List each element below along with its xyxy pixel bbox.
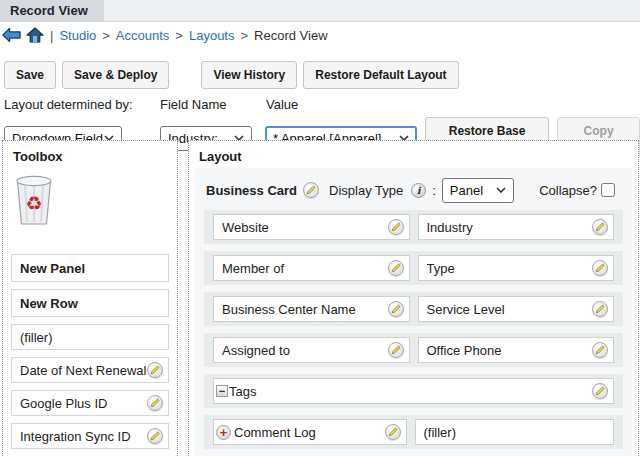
edit-field-icon[interactable] bbox=[388, 219, 404, 235]
toolbox-item-label: New Panel bbox=[20, 261, 85, 276]
layout-panel: Layout Business Card Display Type i : Pa… bbox=[188, 140, 639, 456]
field-label: Type bbox=[427, 261, 593, 276]
edit-field-icon[interactable] bbox=[592, 383, 608, 399]
layout-rows: WebsiteIndustryMember ofTypeBusiness Cen… bbox=[204, 210, 623, 456]
collapse-checkbox[interactable] bbox=[601, 183, 615, 197]
layout-field-cell[interactable]: Business Center Name bbox=[213, 296, 410, 322]
panel-header-row: Business Card Display Type i : Panel Col… bbox=[206, 176, 621, 204]
field-label: Service Level bbox=[427, 302, 593, 317]
toolbox-item-label: (filler) bbox=[20, 330, 53, 345]
save-button[interactable]: Save bbox=[4, 61, 56, 89]
layout-filler-cell[interactable]: (filler) bbox=[415, 419, 615, 445]
edit-field-icon[interactable] bbox=[388, 260, 404, 276]
field-label: (filler) bbox=[424, 425, 609, 440]
layout-row: −Tags bbox=[204, 374, 623, 408]
recycle-bin-icon[interactable]: ♻ bbox=[13, 174, 177, 230]
edit-field-icon[interactable] bbox=[147, 428, 163, 444]
colon-text: : bbox=[432, 183, 436, 198]
toolbox-item-label: Google Plus ID bbox=[20, 396, 107, 411]
panel-name: Business Card bbox=[206, 183, 297, 198]
edit-field-icon[interactable] bbox=[592, 342, 608, 358]
collapse-field-icon[interactable]: − bbox=[216, 385, 228, 397]
toolbox-item-label: Date of Next Renewal bbox=[20, 363, 146, 378]
breadcrumb-link-accounts[interactable]: Accounts bbox=[116, 28, 169, 43]
layout-field-cell[interactable]: −Tags bbox=[213, 378, 614, 404]
save-deploy-button[interactable]: Save & Deploy bbox=[62, 61, 169, 89]
layout-row: Member ofType bbox=[204, 251, 623, 285]
breadcrumb-link-layouts[interactable]: Layouts bbox=[189, 28, 235, 43]
toolbox-item[interactable]: (filler) bbox=[11, 324, 169, 350]
edit-field-icon[interactable] bbox=[388, 342, 404, 358]
titlebar: Record View bbox=[0, 0, 640, 22]
display-type-label: Display Type bbox=[329, 183, 403, 198]
layout-field-cell[interactable]: Industry bbox=[418, 214, 615, 240]
edit-field-icon[interactable] bbox=[388, 301, 404, 317]
expand-field-icon[interactable]: + bbox=[216, 425, 231, 440]
toolbox-item[interactable]: New Panel bbox=[11, 254, 169, 282]
layout-field-cell[interactable]: Service Level bbox=[418, 296, 615, 322]
layout-row: Business Center NameService Level bbox=[204, 292, 623, 326]
layout-canvas: Business Card Display Type i : Panel Col… bbox=[195, 168, 632, 456]
breadcrumb: | Studio > Accounts > Layouts > Record V… bbox=[0, 22, 640, 46]
filter-labels: Layout determined by: Field Name Value bbox=[0, 97, 640, 112]
edit-panel-name-icon[interactable] bbox=[303, 182, 319, 198]
layout-title: Layout bbox=[189, 141, 638, 166]
edit-field-icon[interactable] bbox=[592, 301, 608, 317]
field-name-label: Field Name bbox=[160, 97, 266, 112]
svg-text:♻: ♻ bbox=[25, 192, 42, 214]
toolbox-title: Toolbox bbox=[3, 141, 177, 166]
toolbox-item-label: Integration Sync ID bbox=[20, 429, 131, 444]
toolbox-item-label: New Row bbox=[20, 296, 78, 311]
field-label: Comment Log bbox=[234, 425, 385, 440]
value-label: Value bbox=[266, 97, 298, 112]
restore-default-layout-button[interactable]: Restore Default Layout bbox=[303, 61, 458, 89]
field-label: Industry bbox=[427, 220, 593, 235]
edit-field-icon[interactable] bbox=[385, 424, 401, 440]
toolbox-item[interactable]: Date of Next Renewal bbox=[11, 357, 169, 383]
layout-field-cell[interactable]: Assigned to bbox=[213, 337, 410, 363]
info-icon[interactable]: i bbox=[411, 183, 426, 198]
toolbox-item[interactable]: New Row bbox=[11, 289, 169, 317]
edit-field-icon[interactable] bbox=[592, 260, 608, 276]
layout-field-cell[interactable]: Website bbox=[213, 214, 410, 240]
breadcrumb-current: Record View bbox=[254, 28, 327, 43]
home-icon[interactable] bbox=[26, 27, 44, 43]
layout-field-cell[interactable]: Office Phone bbox=[418, 337, 615, 363]
toolbox-item[interactable]: Integration Sync ID bbox=[11, 423, 169, 449]
collapse-control: Collapse? bbox=[539, 183, 615, 198]
collapse-label: Collapse? bbox=[539, 183, 597, 198]
layout-row: +Comment Log(filler) bbox=[204, 415, 623, 449]
layout-row: Assigned toOffice Phone bbox=[204, 333, 623, 367]
toolbox-item[interactable]: Google Plus ID bbox=[11, 390, 169, 416]
view-history-button[interactable]: View History bbox=[201, 61, 297, 89]
edit-field-icon[interactable] bbox=[592, 219, 608, 235]
display-type-select[interactable]: Panel bbox=[442, 178, 514, 203]
toolbox-panel: Toolbox ♻ New PanelNew Row(filler)Date o… bbox=[2, 140, 178, 456]
chevron-down-icon bbox=[496, 187, 506, 193]
breadcrumb-separator: > bbox=[175, 28, 183, 43]
field-label: Assigned to bbox=[222, 343, 388, 358]
breadcrumb-pipe: | bbox=[50, 28, 53, 43]
action-toolbar: Save Save & Deploy View History Restore … bbox=[0, 46, 640, 89]
breadcrumb-link-studio[interactable]: Studio bbox=[59, 28, 96, 43]
field-label: Tags bbox=[229, 384, 592, 399]
layout-determined-by-label: Layout determined by: bbox=[4, 97, 160, 112]
breadcrumb-separator: > bbox=[102, 28, 110, 43]
toolbox-items: New PanelNew Row(filler)Date of Next Ren… bbox=[3, 254, 177, 456]
layout-field-cell[interactable]: +Comment Log bbox=[213, 419, 407, 445]
layout-row: WebsiteIndustry bbox=[204, 210, 623, 244]
page-title: Record View bbox=[0, 0, 104, 21]
layout-field-cell[interactable]: Member of bbox=[213, 255, 410, 281]
field-label: Office Phone bbox=[427, 343, 593, 358]
field-label: Member of bbox=[222, 261, 388, 276]
field-label: Website bbox=[222, 220, 388, 235]
studio-record-view-screen: Record View | Studio > Accounts > Layout… bbox=[0, 0, 640, 456]
editor-panels: Toolbox ♻ New PanelNew Row(filler)Date o… bbox=[2, 140, 639, 456]
layout-field-cell[interactable]: Type bbox=[418, 255, 615, 281]
edit-field-icon[interactable] bbox=[147, 395, 163, 411]
back-arrow-icon[interactable] bbox=[2, 27, 21, 43]
edit-field-icon[interactable] bbox=[147, 362, 163, 378]
display-type-value: Panel bbox=[450, 183, 483, 198]
field-label: Business Center Name bbox=[222, 302, 388, 317]
breadcrumb-separator: > bbox=[240, 28, 248, 43]
